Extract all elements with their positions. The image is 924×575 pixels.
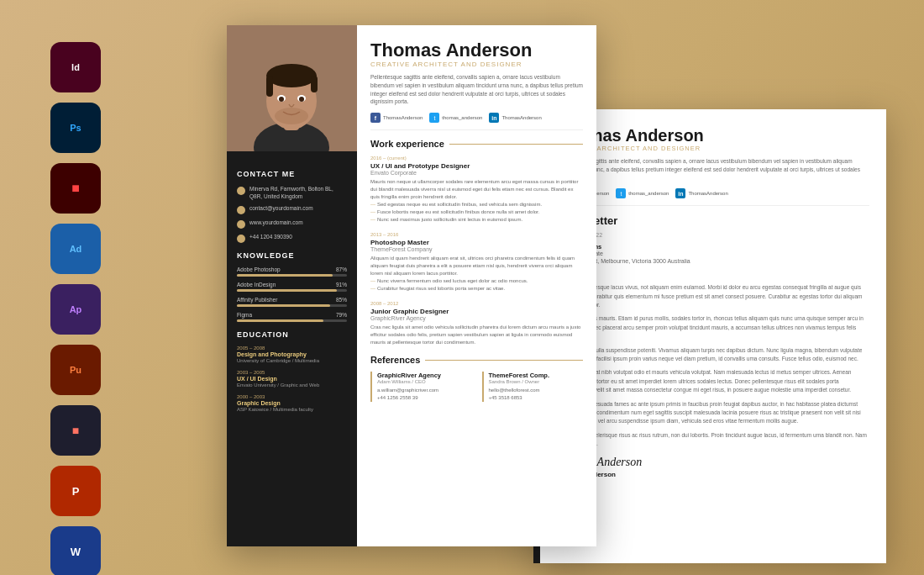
reference-2: ThemeForest Comp. Sandra Brown / Owner h… — [482, 372, 584, 402]
cover-linkedin-icon: in — [675, 188, 685, 198]
skill-bar-fill-photoshop — [237, 274, 333, 277]
facebook-handle: ThomasAnderson — [383, 115, 423, 120]
cover-social-twitter: t thomas_anderson — [616, 188, 669, 198]
contact-email: contact@yourdomain.com — [237, 204, 347, 214]
cover-section-title: Cover letter — [557, 214, 869, 227]
skill-pct-figma: 79% — [336, 312, 347, 318]
work-bullets-2: Nunc viverra fermentum odio sed luctus e… — [370, 277, 583, 293]
twitter-icon: t — [429, 113, 439, 123]
word-icon[interactable]: W — [50, 526, 101, 575]
bullet-2-2: Curabitur feugiat risus sed lobortis por… — [370, 285, 583, 293]
figma-icon[interactable]: ■ — [50, 405, 101, 456]
skill-name-indesign: Adobe InDesign — [237, 282, 276, 288]
references-section-title: References — [370, 355, 420, 365]
cover-twitter-handle: thomas_anderson — [628, 191, 669, 196]
work-item-3: 2008 – 2012 Junior Graphic Designer Grap… — [370, 301, 583, 346]
acrobat-icon[interactable]: ■ — [50, 163, 101, 214]
ref-email-1: a.william@graphicriver.com — [377, 387, 472, 394]
resume-photo — [227, 25, 357, 151]
twitter-handle: thomas_anderson — [442, 115, 482, 120]
work-item-1: 2016 – (current) UX / UI and Prototype D… — [370, 156, 583, 224]
affinity-photo-icon[interactable]: Ap — [50, 284, 101, 335]
cover-signature: Thomas Anderson Thomas Anderson — [557, 456, 869, 478]
cover-recipient-company: Envato Corporate — [557, 251, 869, 256]
bullet-1-2: Fusce lobortis neque eu est sollicitudin… — [370, 208, 583, 216]
address-icon — [237, 187, 245, 195]
bullet-1-1: Sed egestas neque eu est sollicitudin fi… — [370, 201, 583, 208]
edu-item-1: 2005 – 2008 Design and Photography Unive… — [237, 346, 347, 363]
skill-affinity: Affinity Publisher 85% — [237, 297, 347, 307]
references-row: GraphicRiver Agency Adam Williams / CEO … — [370, 372, 583, 402]
cover-social-linkedin: in ThomasAnderson — [675, 188, 727, 198]
phone-icon — [237, 235, 245, 243]
knowledge-section-title: Knowledge — [237, 251, 347, 260]
social-linkedin: in ThomasAnderson — [489, 113, 541, 123]
resume-bio: Pellentesque sagittis ante eleifend, con… — [370, 73, 583, 106]
linkedin-icon: in — [489, 113, 499, 123]
cover-para-4: Fusce ac placerat nibh volutpat odio et … — [557, 368, 869, 394]
email-icon — [237, 206, 245, 214]
contact-website: www.yourdomain.com — [237, 219, 347, 229]
cover-para-5: Interdum et malesuada fames ac ante ipsu… — [557, 400, 869, 426]
skill-name-figma: Figma — [237, 312, 252, 318]
skill-name-photoshop: Adobe Photoshop — [237, 266, 281, 272]
work-year-2: 2013 – 2016 — [370, 232, 583, 237]
powerpoint-icon[interactable]: P — [50, 466, 101, 516]
affinity-publisher-icon[interactable]: Pu — [50, 345, 101, 395]
ref-phone-1: +44 1256 2558 39 — [377, 394, 472, 402]
photoshop-icon[interactable]: Ps — [50, 103, 101, 153]
work-company-3: GraphicRiver Agency — [370, 315, 583, 321]
cover-para-6: Suspendisse scelerisque risus ac risus r… — [557, 431, 869, 449]
bullet-1-3: Nunc sed maximus justo sollicitudin sint… — [370, 216, 583, 224]
skill-bar-fill-figma — [237, 319, 323, 322]
work-section-line — [449, 144, 583, 145]
edu-degree-2: UX / UI Design — [237, 375, 347, 382]
work-bullets-1: Sed egestas neque eu est sollicitudin fi… — [370, 201, 583, 224]
reference-1: GraphicRiver Agency Adam Williams / CEO … — [370, 372, 472, 402]
cover-recipient-name: Adam Williams — [557, 243, 869, 251]
social-facebook: f ThomasAnderson — [370, 113, 423, 123]
skill-pct-indesign: 91% — [336, 282, 347, 288]
svg-point-4 — [266, 64, 317, 87]
signature-script: Thomas Anderson — [557, 456, 869, 469]
phone-text: +44 1204 390390 — [249, 233, 292, 240]
work-year-1: 2016 – (current) — [370, 156, 583, 161]
skill-photoshop: Adobe Photoshop 87% — [237, 266, 347, 277]
skill-pct-photoshop: 87% — [336, 266, 347, 272]
address-text: Minerva Rd, Farnworth, Bolton BL, Q8R, U… — [249, 185, 347, 200]
email-text: contact@yourdomain.com — [249, 204, 313, 212]
resume-main-content: Thomas Anderson Creative Architect and D… — [357, 25, 596, 546]
contact-address: Minerva Rd, Farnworth, Bolton BL, Q8R, U… — [237, 185, 347, 200]
skill-bar-bg-affinity — [237, 304, 347, 307]
edu-school-1: University of Cambridge / Multimedia — [237, 358, 347, 363]
skill-bar-bg-indesign — [237, 289, 347, 292]
work-company-2: ThemeForest Company — [370, 246, 583, 252]
skill-name-affinity: Affinity Publisher — [237, 297, 277, 303]
social-twitter: t thomas_anderson — [429, 113, 482, 123]
cover-para-3: Integer ornare nulla suspendisse potenit… — [557, 346, 869, 364]
work-company-1: Envato Corporate — [370, 170, 583, 176]
app-icons-panel: Id Ps ■ Ad Ap Pu ■ P W — [50, 42, 101, 575]
ref-company-2: ThemeForest Comp. — [489, 372, 584, 379]
work-section-title: Work experience — [370, 139, 444, 149]
cover-social-row: f ThomasAnderson t thomas_anderson in Th… — [557, 188, 869, 206]
cover-twitter-icon: t — [616, 188, 626, 198]
signature-name: Thomas Anderson — [557, 471, 869, 478]
edu-degree-3: Graphic Design — [237, 399, 347, 407]
svg-rect-5 — [266, 76, 273, 97]
contact-section-title: Contact me — [237, 170, 347, 178]
skill-figma: Figma 79% — [237, 312, 347, 322]
work-position-2: Photoshop Master — [370, 239, 583, 246]
work-position-1: UX / UI and Prototype Designer — [370, 162, 583, 170]
work-section-header: Work experience — [370, 139, 583, 149]
svg-point-9 — [279, 97, 284, 102]
resume-card: Contact me Minerva Rd, Farnworth, Bolton… — [227, 25, 596, 546]
ref-email-2: hello@thelloforest.com — [489, 387, 584, 394]
website-text: www.yourdomain.com — [249, 219, 303, 226]
affinity-designer-icon[interactable]: Ad — [50, 224, 101, 274]
ref-name-1: Adam Williams / CEO — [377, 379, 472, 384]
skill-bar-bg-figma — [237, 319, 347, 322]
indesign-icon[interactable]: Id — [50, 42, 101, 92]
education-section-title: Education — [237, 330, 347, 339]
work-item-2: 2013 – 2016 Photoshop Master ThemeForest… — [370, 232, 583, 293]
